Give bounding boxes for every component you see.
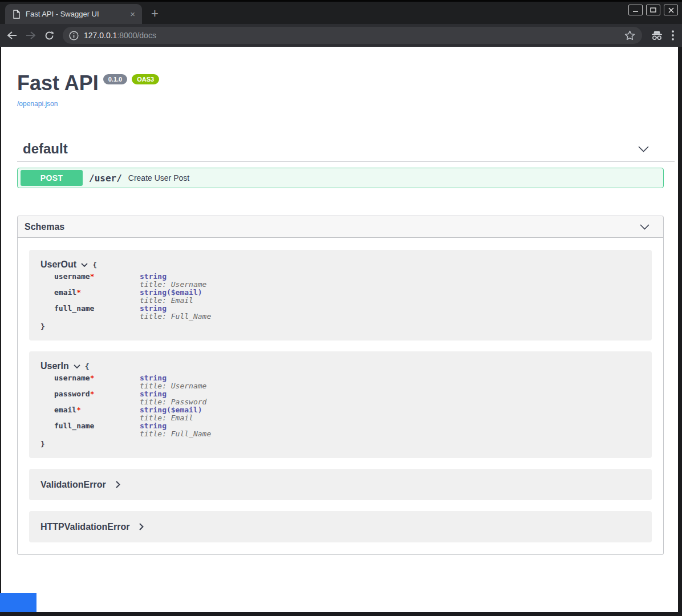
reload-button[interactable] [44,31,54,40]
tab-title: Fast API - Swagger UI [26,10,123,18]
property-row: full_name string title: Full_Name [54,305,211,321]
required-star: * [90,390,95,398]
api-title: Fast API [17,72,99,95]
property-title: title: Password [140,398,211,406]
required-star: * [76,288,81,297]
property-type: string [140,374,211,382]
model-userin: UserIn { username* string title: Usernam… [29,351,652,458]
property-type: string [140,273,211,281]
version-badge: 0.1.0 [103,74,127,84]
property-row: username* string title: Username [54,374,211,390]
property-title: title: Full_Name [140,313,211,321]
tag-section-default[interactable]: default [17,136,675,162]
oas3-badge: OAS3 [132,74,159,84]
property-name: email [54,288,76,297]
property-title: title: Username [140,382,211,390]
property-type: string($email) [140,289,211,297]
property-name: password [54,390,90,398]
window-controls [628,5,678,15]
property-title: title: Email [140,297,211,305]
property-title: title: Email [140,414,211,422]
schemas-body: UserOut { username* string title: Userna… [18,238,663,554]
property-name: email [54,406,76,414]
swagger-page: Fast API 0.1.0 OAS3 /openapi.json defaul… [0,47,682,612]
back-button[interactable] [7,31,17,40]
close-brace: } [40,440,640,448]
address-bar[interactable]: 127.0.0.1:8000/docs [63,27,642,44]
tab-strip: Fast API - Swagger UI × + [0,0,682,24]
property-row: password* string title: Password [54,390,211,406]
model-httpvalidationerror[interactable]: HTTPValidationError [29,511,652,542]
operation-summary: Create User Post [128,173,189,183]
model-userout: UserOut { username* string title: Userna… [29,250,652,341]
model-title: UserOut [40,260,76,270]
minimize-button[interactable] [628,5,643,15]
property-type: string [140,422,211,430]
property-type: string [140,305,211,313]
property-name: full_name [54,304,94,313]
url-host: 127.0.0.1 [84,31,117,40]
bookmark-star-icon[interactable] [624,30,635,40]
window-bottom-edge [0,612,682,616]
close-brace: } [40,322,640,331]
property-table: username* string title: Username email* … [54,273,211,321]
url-text: 127.0.0.1:8000/docs [84,31,156,40]
open-brace: { [92,261,97,269]
chevron-down-icon [81,263,88,267]
model-title: UserIn [40,361,69,371]
property-type: string($email) [140,406,211,414]
page-icon [13,10,21,19]
artifact-blue-rectangle [0,593,36,612]
property-type: string [140,390,211,398]
openapi-spec-link[interactable]: /openapi.json [17,100,58,108]
forward-button[interactable] [26,31,36,40]
api-info: Fast API 0.1.0 OAS3 /openapi.json [1,47,678,108]
schemas-header[interactable]: Schemas [18,216,663,238]
browser-window: Fast API - Swagger UI × + [0,0,682,616]
chevron-down-icon [638,146,649,152]
chevron-down-icon [640,224,649,230]
model-title: ValidationError [40,480,106,490]
open-brace: { [85,362,90,371]
incognito-icon [651,30,663,40]
chevron-down-icon [74,364,80,368]
maximize-button[interactable] [646,5,660,15]
method-badge: POST [21,170,83,186]
property-row: email* string($email) title: Email [54,289,211,305]
chevron-right-icon [139,523,144,530]
operation-post-user[interactable]: POST /user/ Create User Post [17,168,664,188]
property-row: full_name string title: Full_Name [54,422,211,438]
property-table: username* string title: Username passwor… [54,374,211,438]
url-path: :8000/docs [117,31,156,40]
model-validationerror[interactable]: ValidationError [29,469,652,500]
required-star: * [90,374,95,382]
new-tab-button[interactable]: + [151,7,159,20]
schemas-title: Schemas [25,222,64,232]
tab-close-icon[interactable]: × [128,10,137,18]
model-userin-toggle[interactable]: UserIn { [40,361,640,371]
model-title: HTTPValidationError [40,522,129,532]
property-row: email* string($email) title: Email [54,406,211,422]
property-title: title: Username [140,281,211,289]
property-name: full_name [54,422,94,430]
browser-tab[interactable]: Fast API - Swagger UI × [5,4,142,24]
required-star: * [90,272,95,281]
kebab-menu-icon[interactable] [672,30,674,40]
property-title: title: Full_Name [140,430,211,438]
browser-toolbar: 127.0.0.1:8000/docs [0,24,682,47]
close-button[interactable] [664,5,678,15]
required-star: * [76,406,81,414]
operation-path: /user/ [89,173,122,184]
chevron-right-icon [116,481,120,488]
site-info-icon[interactable] [69,31,79,40]
property-name: username [54,374,90,382]
tag-name: default [23,140,68,158]
property-name: username [54,272,90,281]
property-row: username* string title: Username [54,273,211,289]
model-userout-toggle[interactable]: UserOut { [40,260,640,270]
schemas-section: Schemas UserOut { [17,216,664,555]
